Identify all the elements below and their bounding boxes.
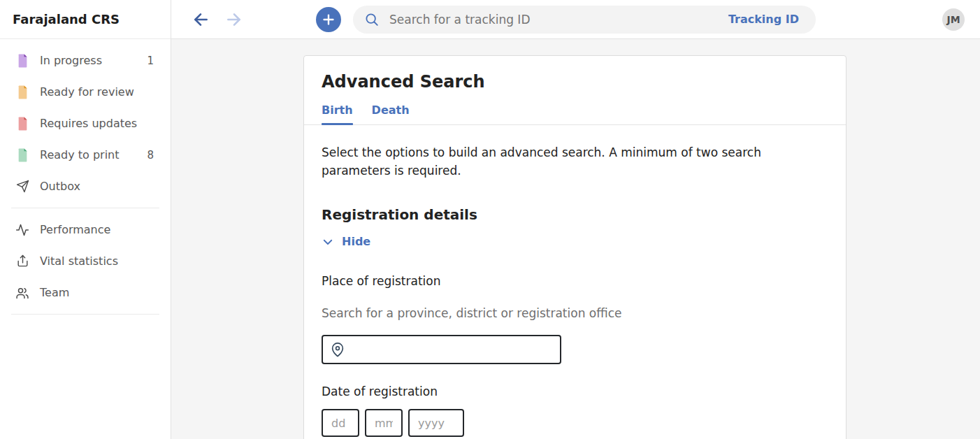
sidebar-item-count: 1	[147, 55, 154, 67]
app-root: Farajaland CRS In progress 1	[0, 0, 980, 439]
section-title-registration-details: Registration details	[322, 206, 829, 223]
tab-death[interactable]: Death	[372, 103, 410, 124]
sidebar-item-count: 8	[147, 149, 154, 161]
sidebar-item-label: In progress	[40, 54, 102, 67]
sidebar-item-ready-to-print[interactable]: Ready to print 8	[0, 139, 171, 171]
place-of-registration-helper: Search for a province, district or regis…	[322, 306, 829, 320]
sidebar-divider	[11, 314, 159, 315]
content-area: Advanced Search Birth Death Select the o…	[171, 39, 980, 439]
section-toggle-label: Hide	[342, 235, 370, 248]
section-toggle-hide[interactable]: Hide	[322, 235, 370, 248]
advanced-search-card: Advanced Search Birth Death Select the o…	[303, 55, 846, 439]
date-of-registration-label: Date of registration	[322, 384, 829, 398]
paper-plane-icon	[15, 180, 29, 193]
back-arrow-icon[interactable]	[191, 10, 210, 29]
document-icon	[15, 85, 29, 99]
sidebar-admin-group: Performance Vital statistics	[0, 208, 171, 314]
sidebar-item-label: Performance	[40, 223, 110, 236]
sidebar-item-label: Team	[40, 286, 69, 299]
advanced-search-description: Select the options to build an advanced …	[322, 144, 829, 180]
plus-icon	[321, 12, 336, 27]
tab-birth[interactable]: Birth	[322, 103, 353, 124]
place-of-registration-input[interactable]	[351, 343, 553, 357]
sidebar-item-label: Ready to print	[40, 148, 120, 161]
export-icon	[15, 254, 29, 268]
document-icon	[15, 117, 29, 131]
date-of-registration-inputs	[322, 409, 829, 437]
card-header: Advanced Search Birth Death	[304, 56, 846, 125]
topbar: Tracking ID JM	[171, 0, 980, 39]
event-tabs: Birth Death	[322, 103, 829, 124]
sidebar-item-ready-for-review[interactable]: Ready for review	[0, 76, 171, 108]
date-month-input[interactable]	[365, 409, 403, 437]
search-type-dropdown[interactable]: Tracking ID	[728, 13, 799, 26]
sidebar-item-outbox[interactable]: Outbox	[0, 171, 171, 202]
sidebar-item-label: Outbox	[40, 180, 80, 193]
place-of-registration-input-wrapper	[322, 335, 561, 364]
avatar[interactable]: JM	[942, 8, 965, 31]
search-input[interactable]	[388, 12, 728, 27]
sidebar-item-in-progress[interactable]: In progress 1	[0, 45, 171, 76]
sidebar-item-team[interactable]: Team	[0, 277, 171, 308]
location-pin-icon	[330, 342, 345, 357]
chevron-down-icon	[322, 236, 334, 248]
sidebar-item-label: Vital statistics	[40, 254, 118, 268]
place-of-registration-label: Place of registration	[322, 274, 829, 288]
sidebar-item-label: Ready for review	[40, 85, 134, 99]
page-title: Advanced Search	[322, 72, 829, 92]
app-title: Farajaland CRS	[0, 0, 171, 39]
search-icon	[364, 12, 380, 27]
activity-icon	[15, 223, 29, 237]
forward-arrow-icon[interactable]	[224, 10, 244, 29]
sidebar: Farajaland CRS In progress 1	[0, 0, 171, 439]
sidebar-item-label: Requires updates	[40, 117, 137, 130]
sidebar-item-performance[interactable]: Performance	[0, 214, 171, 245]
date-day-input[interactable]	[322, 409, 359, 437]
document-icon	[15, 148, 29, 162]
search-bar[interactable]: Tracking ID	[353, 6, 816, 34]
document-icon	[15, 54, 29, 68]
main-column: Tracking ID JM Advanced Search Birth Dea…	[171, 0, 980, 439]
team-icon	[15, 286, 29, 300]
sidebar-workqueue-group: In progress 1 Ready for review	[0, 39, 171, 208]
card-body: Select the options to build an advanced …	[304, 125, 846, 439]
sidebar-item-vital-statistics[interactable]: Vital statistics	[0, 245, 171, 277]
new-declaration-button[interactable]	[316, 7, 341, 32]
sidebar-item-requires-updates[interactable]: Requires updates	[0, 108, 171, 139]
date-year-input[interactable]	[408, 409, 464, 437]
